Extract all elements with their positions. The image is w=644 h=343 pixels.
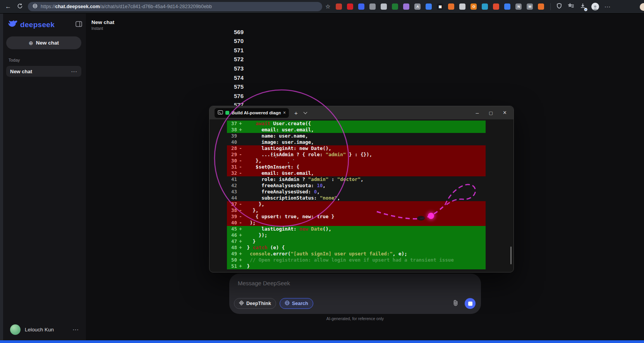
extension-icon-blue-star[interactable]	[426, 3, 432, 10]
reload-icon[interactable]	[14, 3, 26, 10]
extension-icon-gray-circle[interactable]	[369, 3, 376, 10]
minimize-icon[interactable]: –	[476, 110, 479, 116]
new-chat-button[interactable]: ⊕ New chat	[6, 36, 81, 49]
taskbar-accent-strip	[0, 340, 644, 343]
maximize-icon[interactable]: ▢	[489, 110, 493, 115]
extension-icon-green-grid[interactable]	[392, 3, 398, 10]
extension-icon-red-badge[interactable]	[347, 3, 353, 10]
attach-paperclip-icon[interactable]	[453, 300, 459, 308]
history-section-label: Today	[9, 58, 86, 62]
extension-icon-blue-blob[interactable]	[358, 3, 364, 10]
code-line-number: 572	[227, 56, 244, 62]
chat-item-menu-icon[interactable]: ···	[71, 69, 77, 74]
tab-dropdown-icon[interactable]	[303, 110, 307, 114]
diff-body: 37+ await User.create({38+ email: user.e…	[227, 121, 486, 269]
new-tab-icon[interactable]: +	[294, 110, 298, 116]
diff-line: 51+ }	[227, 263, 486, 269]
diff-line: 38- },	[227, 207, 486, 214]
new-chat-label: New chat	[36, 40, 59, 46]
extension-icon-purple[interactable]	[403, 3, 409, 10]
diff-line: 32- email: user.email,	[227, 170, 486, 176]
diff-line: 39 name: user.name,	[227, 133, 486, 139]
diff-line: 50+ // Open registration: allow login ev…	[227, 257, 486, 263]
browser-toolbar: ← https://chat.deepseek.com/a/chat/s/d1e…	[0, 0, 644, 14]
diff-line: 42 freeAnalysesQuota: 10,	[227, 183, 486, 189]
extension-icon-orange-ring[interactable]: O	[471, 3, 477, 10]
diff-line: 30- },	[227, 158, 486, 164]
extension-icon-adblock[interactable]	[336, 3, 342, 10]
extension-icon-black-frame[interactable]: ▣	[437, 3, 443, 10]
browser-menu-icon[interactable]: ···	[605, 4, 611, 10]
user-name: Lelouch Kun	[25, 327, 54, 333]
address-bar[interactable]: https://chat.deepseek.com/a/chat/s/d1e7c…	[28, 2, 322, 11]
code-line-number: 569	[227, 30, 244, 35]
user-menu-icon[interactable]: ···	[73, 327, 79, 333]
extension-icon-letter-m[interactable]: M	[527, 3, 533, 10]
terminal-window[interactable]: Build AI-powered diagnos × + – ▢ × 37+ a…	[209, 106, 514, 272]
code-line-number: 571	[227, 47, 244, 53]
diff-line: 37+ await User.create({	[227, 121, 486, 127]
window-edge-strip	[0, 14, 3, 340]
diff-line: 46+ });	[227, 232, 486, 238]
message-input[interactable]: Message DeepSeek	[238, 280, 290, 286]
site-info-icon[interactable]	[33, 3, 38, 10]
user-profile[interactable]: Lelouch Kun ···	[6, 324, 83, 335]
search-button[interactable]: Search	[280, 298, 313, 309]
diff-line: 40 image: user.image,	[227, 139, 486, 145]
code-line-number: 570	[227, 38, 244, 44]
edge-partial-icon	[640, 3, 644, 11]
diff-line: 37- },	[227, 201, 486, 207]
chat-history-label: New chat	[10, 69, 32, 74]
search-label: Search	[292, 301, 308, 306]
code-line-number: 576	[227, 93, 244, 99]
tab-app-icon	[225, 111, 229, 115]
deepseek-wordmark: deepseek	[20, 21, 55, 29]
extensions-row: A▣ONM	[336, 3, 544, 10]
extension-icon-camera[interactable]	[459, 3, 465, 10]
message-composer[interactable]: Message DeepSeek DeepThink Search	[229, 274, 481, 314]
diff-line: 41 role: isAdmin ? "admin" : "doctor",	[227, 176, 486, 183]
toolbar-divider	[550, 3, 551, 10]
code-line-number: 574	[227, 74, 244, 81]
diff-line: 28- lastLoginAt: new Date(),	[227, 145, 486, 152]
deepthink-button[interactable]: DeepThink	[234, 298, 276, 309]
browser-avatar[interactable]	[591, 3, 599, 10]
extension-icon-orange-flame[interactable]	[538, 3, 544, 10]
stop-generating-button[interactable]	[465, 298, 476, 309]
back-icon[interactable]: ←	[2, 3, 14, 10]
user-avatar	[10, 324, 21, 335]
close-icon[interactable]: ×	[503, 109, 507, 116]
extension-icon-fox[interactable]	[448, 3, 454, 10]
bookmark-star-icon[interactable]: ☆	[325, 3, 330, 10]
diff-line: 47+ }	[227, 238, 486, 245]
diff-line: 43 freeAnalysesUsed: 0,	[227, 189, 486, 195]
page-subtitle: Instant	[91, 26, 103, 31]
deepseek-logo: deepseek	[8, 20, 82, 29]
shield-icon[interactable]	[556, 3, 562, 10]
chat-history-item[interactable]: New chat ···	[6, 66, 81, 77]
extension-icon-teal-camera[interactable]	[482, 3, 488, 10]
terminal-prompt-icon	[218, 109, 223, 116]
download-icon[interactable]	[580, 3, 586, 10]
deepthink-label: DeepThink	[246, 301, 271, 306]
whale-icon	[8, 20, 18, 29]
terminal-tab[interactable]: Build AI-powered diagnos ×	[215, 108, 289, 118]
diff-line: 29- ...(isAdmin ? { role: "admin" } : {}…	[227, 152, 486, 158]
extension-icon-gear[interactable]	[381, 3, 387, 10]
extension-icon-blue-kite[interactable]	[504, 3, 510, 10]
screen: ← https://chat.deepseek.com/a/chat/s/d1e…	[0, 0, 644, 343]
extension-icon-letter-n[interactable]: N	[515, 3, 522, 10]
collapse-sidebar-icon[interactable]	[76, 21, 82, 29]
tab-close-icon[interactable]: ×	[283, 110, 286, 115]
page-title: New chat	[91, 19, 114, 25]
extension-icon-letter-a[interactable]: A	[414, 3, 421, 10]
reading-list-icon[interactable]	[568, 3, 574, 10]
globe-icon	[285, 300, 290, 307]
ai-disclaimer: AI-generated, for reference only	[229, 316, 481, 321]
url-text: https://chat.deepseek.com/a/chat/s/d1e7c…	[41, 4, 212, 9]
terminal-titlebar[interactable]: Build AI-powered diagnos × + – ▢ ×	[210, 106, 513, 119]
terminal-scrollbar[interactable]	[510, 246, 512, 264]
diff-line: 45+ lastLoginAt: new Date(),	[227, 226, 486, 232]
extension-icon-red-shield[interactable]	[493, 3, 499, 10]
code-line-number: 573	[227, 65, 244, 72]
